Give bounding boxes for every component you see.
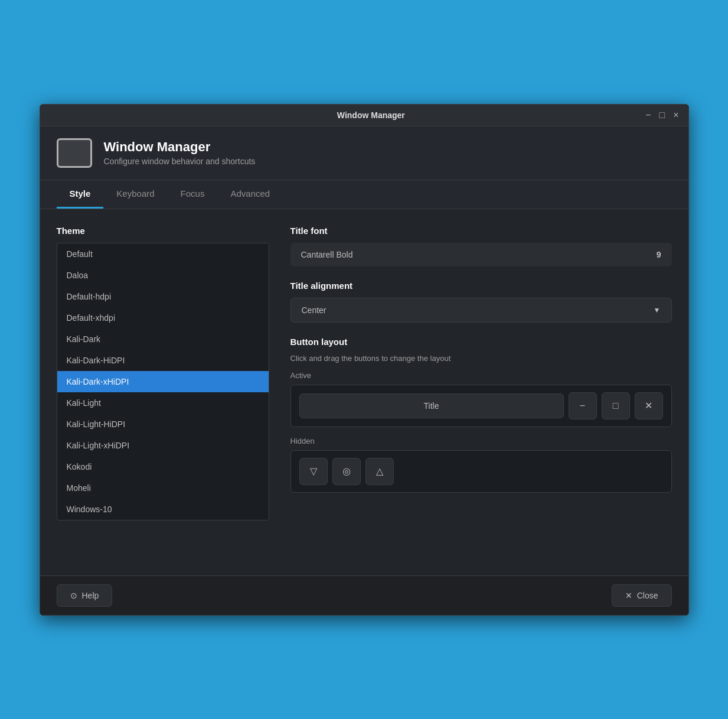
close-button[interactable]: ✕ Close — [612, 584, 672, 607]
main-content: Theme Default Daloa Default-hdpi Default… — [40, 209, 688, 575]
theme-item-kali-light[interactable]: Kali-Light — [57, 392, 269, 414]
button-layout-section: Button layout Click and drag the buttons… — [290, 337, 672, 493]
hidden-btn-1[interactable]: ▽ — [299, 458, 328, 485]
title-alignment-label: Title alignment — [290, 281, 672, 291]
window: Window Manager − □ × Window Manager Conf… — [40, 104, 689, 616]
title-alignment-section: Title alignment Center ▼ — [290, 281, 672, 323]
help-label: Help — [82, 591, 99, 600]
active-label: Active — [290, 371, 672, 380]
title-drag-button[interactable]: Title — [299, 393, 564, 418]
tab-focus[interactable]: Focus — [168, 180, 218, 209]
close-window-button[interactable]: × — [673, 110, 678, 120]
button-layout-description: Click and drag the buttons to change the… — [290, 354, 672, 363]
header: Window Manager Configure window behavior… — [40, 126, 688, 180]
header-text: Window Manager Configure window behavior… — [104, 139, 256, 166]
theme-item-daloa[interactable]: Daloa — [57, 265, 269, 286]
theme-label: Theme — [57, 226, 269, 236]
down-triangle-icon: ▽ — [310, 466, 317, 477]
theme-panel: Theme Default Daloa Default-hdpi Default… — [57, 226, 269, 559]
app-subtitle: Configure window behavior and shortcuts — [104, 157, 256, 166]
app-icon — [57, 138, 92, 168]
alignment-dropdown[interactable]: Center ▼ — [290, 298, 672, 323]
close-wm-button[interactable]: ✕ — [635, 392, 663, 419]
font-name-display: Cantarell Bold — [301, 250, 353, 259]
alignment-value: Center — [302, 305, 327, 315]
theme-item-kali-light-hidpi[interactable]: Kali-Light-HiDPI — [57, 414, 269, 435]
help-icon: ⊙ — [70, 591, 77, 600]
tab-advanced[interactable]: Advanced — [217, 180, 283, 209]
title-font-label: Title font — [290, 226, 672, 236]
maximize-button[interactable]: □ — [659, 110, 665, 120]
up-triangle-icon: △ — [376, 466, 383, 477]
hidden-label: Hidden — [290, 437, 672, 445]
font-size-display: 9 — [657, 250, 661, 259]
maximize-wm-button[interactable]: □ — [602, 392, 630, 419]
help-button[interactable]: ⊙ Help — [57, 584, 113, 607]
hidden-btn-2[interactable]: ◎ — [332, 458, 361, 485]
active-layout-box: Title − □ ✕ — [290, 385, 672, 427]
tab-keyboard[interactable]: Keyboard — [103, 180, 167, 209]
minimize-wm-button[interactable]: − — [569, 392, 597, 419]
theme-list: Default Daloa Default-hdpi Default-xhdpi… — [57, 243, 269, 520]
theme-item-kali-dark-xhidpi[interactable]: Kali-Dark-xHiDPI — [57, 371, 269, 392]
button-layout-label: Button layout — [290, 337, 672, 347]
font-selector[interactable]: Cantarell Bold 9 — [290, 243, 672, 266]
minimize-icon: − — [580, 401, 585, 411]
minimize-button[interactable]: − — [645, 110, 651, 120]
tab-style[interactable]: Style — [57, 180, 104, 209]
theme-item-kali-light-xhidpi[interactable]: Kali-Light-xHiDPI — [57, 435, 269, 456]
maximize-icon: □ — [613, 401, 619, 411]
hidden-layout-box: ▽ ◎ △ — [290, 450, 672, 493]
theme-item-kali-dark-hidpi[interactable]: Kali-Dark-HiDPI — [57, 350, 269, 371]
tab-bar: Style Keyboard Focus Advanced — [40, 180, 688, 209]
app-title: Window Manager — [104, 139, 256, 155]
theme-item-moheli[interactable]: Moheli — [57, 477, 269, 499]
close-footer-icon: ✕ — [625, 591, 632, 600]
circle-icon: ◎ — [342, 466, 351, 477]
close-icon: ✕ — [645, 400, 652, 411]
chevron-down-icon: ▼ — [654, 306, 661, 314]
window-title: Window Manager — [97, 110, 646, 120]
hidden-btn-3[interactable]: △ — [365, 458, 394, 485]
titlebar: Window Manager − □ × — [40, 105, 688, 126]
close-label: Close — [637, 591, 658, 600]
footer: ⊙ Help ✕ Close — [40, 575, 688, 615]
theme-item-windows-10[interactable]: Windows-10 — [57, 499, 269, 520]
theme-item-default-xhdpi[interactable]: Default-xhdpi — [57, 307, 269, 328]
theme-item-kokodi[interactable]: Kokodi — [57, 456, 269, 477]
theme-item-default[interactable]: Default — [57, 243, 269, 265]
theme-item-kali-dark[interactable]: Kali-Dark — [57, 328, 269, 350]
title-font-section: Title font Cantarell Bold 9 — [290, 226, 672, 266]
settings-panel: Title font Cantarell Bold 9 Title alignm… — [290, 226, 672, 559]
window-controls: − □ × — [645, 110, 678, 120]
theme-item-default-hdpi[interactable]: Default-hdpi — [57, 286, 269, 307]
